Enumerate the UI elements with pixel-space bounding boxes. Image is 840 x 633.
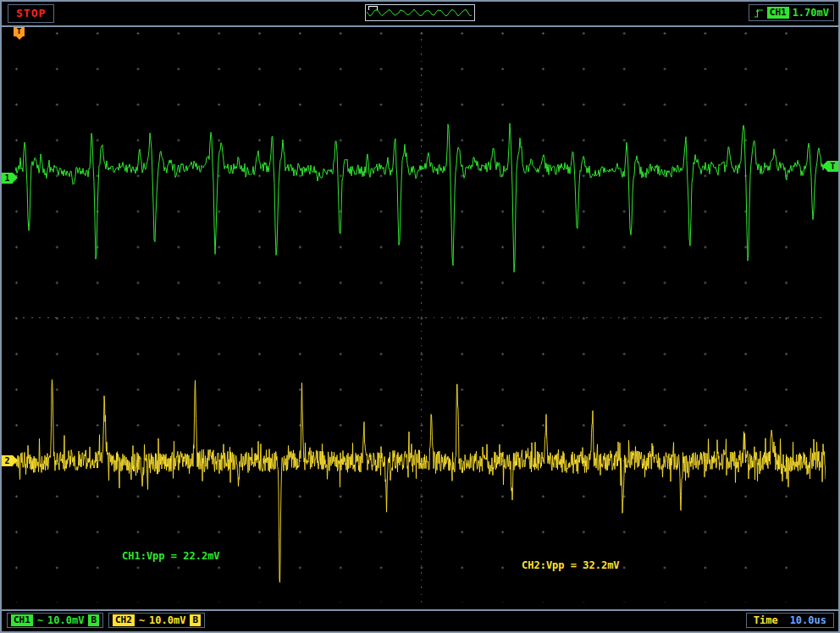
run-state-indicator: STOP: [8, 4, 54, 23]
ch1-vpp-measurement: CH1:Vpp = 22.2mV: [122, 550, 220, 562]
ch1-ground-marker: 1: [2, 173, 13, 184]
ch1-label-chip: CH1: [11, 614, 33, 626]
trigger-source-chip: CH1: [767, 7, 789, 19]
ch2-coupling-icon: ~: [139, 614, 145, 626]
ch2-vpp-measurement: CH2:Vpp = 32.2mV: [522, 559, 620, 571]
ch1-bandwidth-badge: B: [88, 614, 99, 626]
trigger-readout: CH1 1.70mV: [749, 4, 834, 21]
ch1-coupling-icon: ~: [37, 614, 43, 626]
timebase-label: Time: [754, 614, 778, 626]
ch1-settings: CH1 ~ 10.0mV B: [7, 613, 103, 628]
record-preview: [365, 4, 475, 21]
bottom-status-bar: CH1 ~ 10.0mV B CH2 ~ 10.0mV B Time 10.0u…: [2, 609, 838, 631]
trigger-position-marker: T: [14, 27, 25, 36]
ch2-bandwidth-badge: B: [190, 614, 201, 626]
preview-window-marker: [368, 6, 378, 10]
ch2-settings: CH2 ~ 10.0mV B: [108, 613, 205, 628]
display-area: CH1:Vpp = 22.2mV CH2:Vpp = 32.2mV T 1 2 …: [2, 27, 838, 609]
preview-waveform-icon: [367, 5, 473, 20]
run-state-label: STOP: [16, 7, 46, 19]
graticule: CH1:Vpp = 22.2mV CH2:Vpp = 32.2mV: [15, 32, 826, 603]
oscilloscope-screen: STOP CH1 1.70mV CH1:Vpp = 22.2mV CH2:Vpp…: [0, 0, 840, 633]
ch2-label-chip: CH2: [113, 614, 135, 626]
timebase-value: 10.0us: [790, 614, 826, 626]
trigger-edge-icon: [754, 7, 764, 19]
ch1-scale-value: 10.0mV: [47, 614, 84, 626]
ch2-scale-value: 10.0mV: [149, 614, 185, 626]
waveform-traces: [15, 32, 826, 603]
trigger-level-marker: T: [827, 161, 838, 172]
ch2-ground-marker: 2: [2, 455, 13, 466]
trigger-level-value: 1.70mV: [793, 7, 829, 19]
timebase-readout: Time 10.0us: [746, 613, 834, 628]
top-status-bar: STOP CH1 1.70mV: [2, 2, 838, 27]
